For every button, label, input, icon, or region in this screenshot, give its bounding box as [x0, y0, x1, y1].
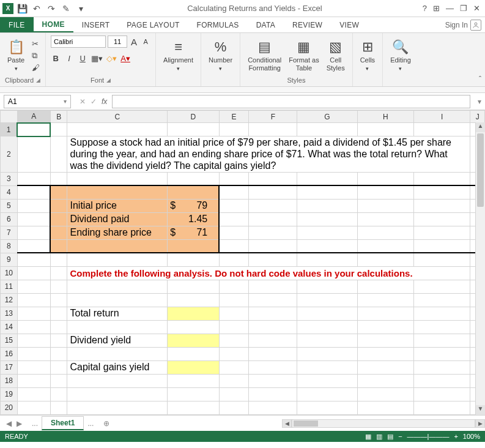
sheet-tab-sheet1[interactable]: Sheet1	[42, 416, 84, 430]
hscroll-right[interactable]: ▶	[475, 419, 485, 428]
row-16[interactable]: 16	[1, 347, 18, 360]
tab-page-layout[interactable]: PAGE LAYOUT	[118, 17, 188, 32]
fill-color-button[interactable]: ◇▾	[106, 54, 117, 63]
enter-formula-button[interactable]: ✓	[91, 97, 97, 106]
col-B[interactable]: B	[50, 111, 67, 123]
copy-button[interactable]: ⧉	[32, 51, 40, 61]
shrink-font-button[interactable]: A	[141, 38, 150, 45]
value-dividend-paid[interactable]: 1.45	[168, 212, 220, 226]
col-D[interactable]: D	[168, 111, 220, 123]
format-as-table-button[interactable]: ▦ Format as Table	[286, 38, 322, 72]
row-6[interactable]: 6	[1, 212, 18, 226]
zoom-in-button[interactable]: +	[454, 433, 457, 440]
bold-button[interactable]: B	[51, 54, 61, 63]
view-page-break-button[interactable]: ▤	[387, 433, 393, 441]
number-button[interactable]: % Number▾	[206, 38, 235, 72]
row-7[interactable]: 7	[1, 226, 18, 239]
alignment-button[interactable]: ≡ Alignment▾	[161, 38, 196, 72]
font-name-input[interactable]	[51, 35, 106, 48]
row-21[interactable]: 21	[1, 414, 18, 415]
save-button[interactable]: 💾	[16, 2, 28, 15]
undo-button[interactable]: ↶	[31, 2, 43, 15]
qat-dropdown[interactable]: ▾	[75, 2, 87, 15]
col-H[interactable]: H	[357, 111, 413, 123]
row-20[interactable]: 20	[1, 401, 18, 414]
font-size-input[interactable]	[108, 35, 127, 48]
paste-button[interactable]: 📋 Paste ▾	[5, 38, 27, 72]
scroll-up-button[interactable]: ▲	[476, 122, 485, 132]
row-11[interactable]: 11	[1, 280, 18, 293]
cell-capital-gains-yield[interactable]	[168, 360, 220, 374]
row-13[interactable]: 13	[1, 307, 18, 320]
col-F[interactable]: F	[249, 111, 297, 123]
font-launcher[interactable]: ◢	[106, 77, 111, 83]
hscroll-thumb[interactable]	[294, 420, 318, 427]
font-color-button[interactable]: A▾	[120, 54, 130, 63]
row-18[interactable]: 18	[1, 374, 18, 387]
row-10[interactable]: 10	[1, 266, 18, 280]
tab-review[interactable]: REVIEW	[284, 17, 331, 32]
name-box[interactable]: A1▾	[4, 95, 71, 108]
expand-formula-bar-button[interactable]: ▾	[474, 97, 485, 106]
customize-qat-button[interactable]: ✎	[60, 2, 72, 15]
tab-data[interactable]: DATA	[248, 17, 284, 32]
cut-button[interactable]: ✂	[32, 39, 40, 48]
select-all-corner[interactable]	[1, 111, 18, 123]
cells-button[interactable]: ⊞ Cells▾	[358, 38, 377, 72]
col-E[interactable]: E	[219, 111, 249, 123]
cell-dividend-yield[interactable]	[168, 334, 220, 347]
row-12[interactable]: 12	[1, 293, 18, 307]
conditional-formatting-button[interactable]: ▤ Conditional Formatting	[245, 38, 284, 72]
formula-input[interactable]	[112, 95, 470, 108]
col-I[interactable]: I	[414, 111, 470, 123]
restore-button[interactable]: ❐	[460, 4, 467, 13]
zoom-level[interactable]: 100%	[463, 433, 480, 440]
row-4[interactable]: 4	[1, 185, 18, 199]
scroll-thumb[interactable]	[477, 133, 484, 207]
col-C[interactable]: C	[67, 111, 168, 123]
underline-button[interactable]: U	[78, 54, 87, 63]
spreadsheet-grid[interactable]: A B C D E F G H I J 1 2 Suppose a stock …	[0, 110, 485, 415]
cell-total-return[interactable]	[168, 307, 220, 320]
value-initial-price[interactable]: $ 79	[168, 199, 220, 212]
borders-button[interactable]: ▦▾	[91, 54, 103, 63]
row-1[interactable]: 1	[1, 123, 18, 136]
hscroll-left[interactable]: ◀	[282, 419, 292, 428]
sheet-nav-dots[interactable]: ...	[28, 419, 42, 428]
fx-button[interactable]: fx	[102, 97, 107, 106]
help-button[interactable]: ?	[423, 4, 427, 13]
row-17[interactable]: 17	[1, 360, 18, 374]
minimize-button[interactable]: —	[446, 4, 454, 13]
grow-font-button[interactable]: A	[129, 37, 139, 47]
vertical-scrollbar[interactable]: ▲ ▼	[475, 122, 485, 415]
sheet-nav-prev[interactable]: ◀	[6, 419, 12, 428]
column-headers[interactable]: A B C D E F G H I J	[1, 111, 485, 123]
row-3[interactable]: 3	[1, 172, 18, 185]
row-5[interactable]: 5	[1, 199, 18, 212]
collapse-ribbon-button[interactable]: ˆ	[479, 75, 481, 84]
row-14[interactable]: 14	[1, 320, 18, 334]
tab-file[interactable]: FILE	[0, 17, 34, 32]
horizontal-scrollbar[interactable]: ◀ ▶	[282, 419, 485, 428]
row-2[interactable]: 2	[1, 136, 18, 173]
view-page-layout-button[interactable]: ▥	[376, 433, 382, 441]
sign-in-link[interactable]: Sign In	[442, 17, 485, 32]
sheet-nav-dots-2[interactable]: ...	[84, 419, 97, 428]
tab-formulas[interactable]: FORMULAS	[188, 17, 248, 32]
clipboard-launcher[interactable]: ◢	[36, 77, 40, 83]
tab-insert[interactable]: INSERT	[73, 17, 119, 32]
add-sheet-button[interactable]: ⊕	[97, 419, 116, 428]
italic-button[interactable]: I	[64, 54, 74, 63]
zoom-out-button[interactable]: −	[398, 433, 402, 440]
view-normal-button[interactable]: ▦	[365, 433, 371, 441]
row-19[interactable]: 19	[1, 387, 18, 401]
close-button[interactable]: ✕	[473, 4, 480, 13]
redo-button[interactable]: ↷	[45, 2, 57, 15]
row-8[interactable]: 8	[1, 239, 18, 253]
row-15[interactable]: 15	[1, 334, 18, 347]
row-9[interactable]: 9	[1, 253, 18, 266]
tab-home[interactable]: HOME	[34, 17, 73, 32]
cell-styles-button[interactable]: ▧ Cell Styles	[324, 38, 347, 72]
zoom-slider[interactable]: ———|———	[407, 433, 450, 440]
col-G[interactable]: G	[297, 111, 357, 123]
